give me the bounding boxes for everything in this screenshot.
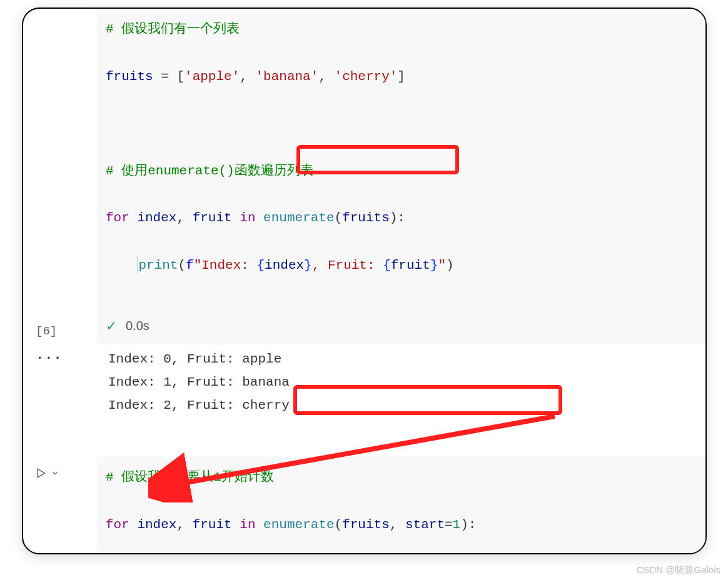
- cell-body: # 假设我们想要从1开始计数 for index, fruit in enume…: [23, 457, 705, 554]
- cell-number: [6]: [36, 324, 57, 338]
- cell-body: # 假设我们有一个列表 fruits = ['apple', 'banana',…: [23, 9, 705, 308]
- code-string: 'banana': [255, 69, 318, 84]
- code-var: fruits: [106, 69, 153, 84]
- code-fstring-prefix: f: [186, 258, 194, 272]
- code-bracket: ]: [397, 69, 405, 84]
- cell-gutter: [23, 9, 97, 308]
- code-var: fruits: [342, 211, 390, 225]
- code-var: index: [129, 518, 177, 532]
- code-keyword: in: [232, 211, 263, 225]
- code-var: fruit: [193, 518, 232, 532]
- code-fstring-text: Index:: [201, 258, 256, 272]
- code-function: print: [138, 258, 178, 272]
- code-keyword: in: [232, 518, 263, 532]
- watermark: CSDN @晓源Galois: [637, 564, 720, 576]
- code-keyword: for: [106, 211, 129, 225]
- code-function: enumerate: [263, 211, 334, 225]
- cell-7: # 假设我们想要从1开始计数 for index, fruit in enume…: [22, 457, 705, 554]
- code-editor[interactable]: # 假设我们有一个列表 fruits = ['apple', 'banana',…: [97, 9, 705, 308]
- code-var: index: [265, 258, 304, 272]
- chevron-down-icon[interactable]: [51, 469, 59, 481]
- code-string: 'apple': [185, 69, 240, 84]
- code-var: fruit: [193, 211, 232, 225]
- svg-marker-0: [38, 469, 45, 478]
- notebook-card: # 假设我们有一个列表 fruits = ['apple', 'banana',…: [22, 8, 707, 554]
- code-comment: # 使用enumerate()函数遍历列表: [106, 164, 313, 178]
- output-line: Index: 2, Fruit: cherry: [108, 394, 697, 418]
- play-icon[interactable]: [34, 467, 47, 482]
- cell-output: ··· Index: 0, Fruit: appleIndex: 1, Frui…: [23, 344, 705, 426]
- cell-6: # 假设我们有一个列表 fruits = ['apple', 'banana',…: [23, 9, 705, 426]
- code-function: enumerate: [263, 518, 334, 532]
- output-gutter: ···: [23, 344, 97, 426]
- code-op: =: [153, 69, 177, 84]
- code-fstring-text: , Fruit:: [312, 258, 383, 272]
- ellipsis-icon[interactable]: ···: [36, 351, 63, 426]
- code-keyword: for: [106, 518, 129, 532]
- code-comment: # 假设我们有一个列表: [106, 22, 240, 36]
- code-editor[interactable]: # 假设我们想要从1开始计数 for index, fruit in enume…: [97, 457, 705, 554]
- code-string: 'cherry': [335, 69, 398, 84]
- exec-time: 0.0s: [126, 314, 149, 337]
- cell-status: [6] ✓ 0.0s: [23, 308, 705, 345]
- output-line: Index: 0, Fruit: apple: [108, 348, 697, 371]
- run-controls[interactable]: [34, 467, 59, 482]
- code-var: fruits: [342, 518, 390, 532]
- code-var: fruit: [391, 258, 430, 272]
- check-icon: ✓: [106, 314, 117, 339]
- code-var: index: [129, 211, 177, 225]
- code-bracket: [: [176, 69, 185, 84]
- code-number: 1: [453, 518, 461, 532]
- output-line: Index: 1, Fruit: banana: [108, 371, 697, 394]
- code-comment: # 假设我们想要从1开始计数: [106, 470, 274, 484]
- code-kwarg: start: [405, 518, 445, 532]
- output-text: Index: 0, Fruit: appleIndex: 1, Fruit: b…: [97, 344, 705, 426]
